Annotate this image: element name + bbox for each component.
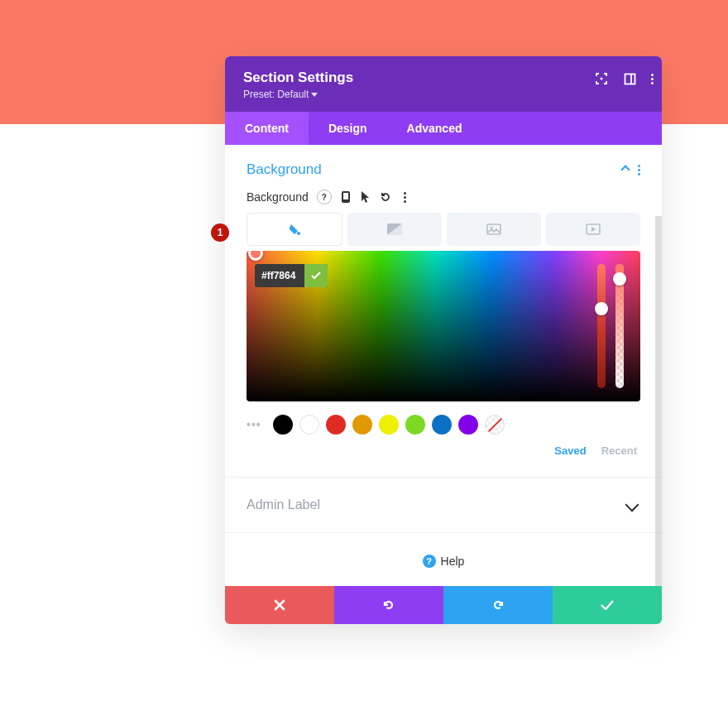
bg-type-color[interactable] — [247, 213, 342, 246]
color-picker-selector[interactable] — [248, 251, 263, 261]
hue-slider[interactable] — [597, 264, 606, 388]
hex-confirm-button[interactable] — [304, 264, 328, 287]
hex-input-pill — [255, 264, 328, 287]
help-row[interactable]: ? Help — [225, 538, 662, 586]
help-label: Help — [441, 555, 465, 568]
tab-content[interactable]: Content — [225, 112, 309, 145]
background-more-icon[interactable] — [637, 165, 640, 175]
reset-icon[interactable] — [380, 191, 391, 203]
divider — [225, 477, 662, 478]
background-title: Background — [247, 161, 322, 178]
background-label-row: Background ? — [225, 185, 662, 213]
swatch-purple[interactable] — [458, 415, 478, 435]
panel-header: Section Settings Preset: Default — [225, 56, 662, 112]
saved-recent-row: Saved Recent — [225, 440, 662, 472]
expand-icon[interactable] — [594, 71, 609, 86]
background-label-more-icon[interactable] — [400, 191, 411, 203]
swatch-white[interactable] — [299, 415, 319, 435]
saved-link[interactable]: Saved — [554, 444, 586, 457]
tab-design[interactable]: Design — [309, 112, 387, 145]
cancel-button[interactable] — [225, 586, 334, 624]
caret-down-icon — [311, 93, 318, 97]
color-picker — [225, 251, 662, 401]
background-header-right — [622, 165, 640, 175]
color-picker-canvas[interactable] — [247, 251, 640, 401]
help-icon[interactable]: ? — [317, 190, 332, 204]
swatch-transparent[interactable] — [485, 415, 505, 435]
save-button[interactable] — [553, 586, 662, 624]
svg-rect-1 — [625, 74, 635, 84]
swatch-red[interactable] — [326, 415, 346, 435]
chevron-up-icon[interactable] — [620, 165, 630, 174]
swatch-row: ••• — [225, 401, 662, 440]
background-type-row — [225, 213, 662, 251]
panel-header-actions — [594, 71, 654, 86]
swatch-yellow[interactable] — [379, 415, 399, 435]
alpha-slider[interactable] — [615, 264, 624, 388]
hex-input[interactable] — [255, 265, 304, 286]
cursor-icon[interactable] — [360, 191, 371, 203]
background-label: Background — [247, 190, 309, 204]
recent-link[interactable]: Recent — [601, 444, 637, 457]
scrollbar[interactable] — [655, 216, 662, 586]
bg-type-video[interactable] — [546, 213, 640, 246]
chevron-down-icon — [625, 498, 639, 512]
hue-slider-thumb[interactable] — [595, 302, 608, 315]
bg-type-gradient[interactable] — [347, 213, 442, 246]
swatch-more-icon[interactable]: ••• — [247, 418, 261, 431]
undo-button[interactable] — [334, 586, 443, 624]
svg-rect-7 — [487, 224, 500, 234]
preset-label: Preset: Default — [243, 89, 309, 100]
panel-footer — [225, 586, 662, 624]
background-section-header[interactable]: Background — [225, 145, 662, 185]
annotation-number: 1 — [218, 227, 223, 238]
alpha-slider-thumb[interactable] — [613, 272, 626, 286]
annotation-badge: 1 — [211, 223, 229, 242]
panel-body: Background Background ? — [225, 145, 662, 586]
svg-point-5 — [297, 232, 300, 235]
help-badge-icon: ? — [423, 555, 436, 568]
more-icon[interactable] — [650, 71, 654, 86]
divider-2 — [225, 532, 662, 533]
tab-advanced[interactable]: Advanced — [387, 112, 482, 145]
swatch-blue[interactable] — [432, 415, 452, 435]
svg-point-0 — [601, 78, 603, 80]
mobile-icon[interactable] — [340, 191, 352, 203]
slider-group — [597, 264, 624, 388]
swatch-black[interactable] — [273, 415, 293, 435]
redo-button[interactable] — [443, 586, 553, 624]
preset-dropdown[interactable]: Preset: Default — [243, 89, 644, 100]
svg-rect-4 — [343, 193, 348, 199]
swatch-orange[interactable] — [352, 415, 372, 435]
panel-title: Section Settings — [243, 70, 644, 86]
admin-label-row[interactable]: Admin Label — [225, 483, 662, 527]
section-settings-panel: Section Settings Preset: Default Content — [225, 56, 662, 624]
bg-type-image[interactable] — [447, 213, 541, 246]
panel-tabs: Content Design Advanced — [225, 112, 662, 145]
snap-icon[interactable] — [622, 71, 637, 86]
admin-label-text: Admin Label — [247, 497, 320, 512]
swatch-green[interactable] — [405, 415, 425, 435]
